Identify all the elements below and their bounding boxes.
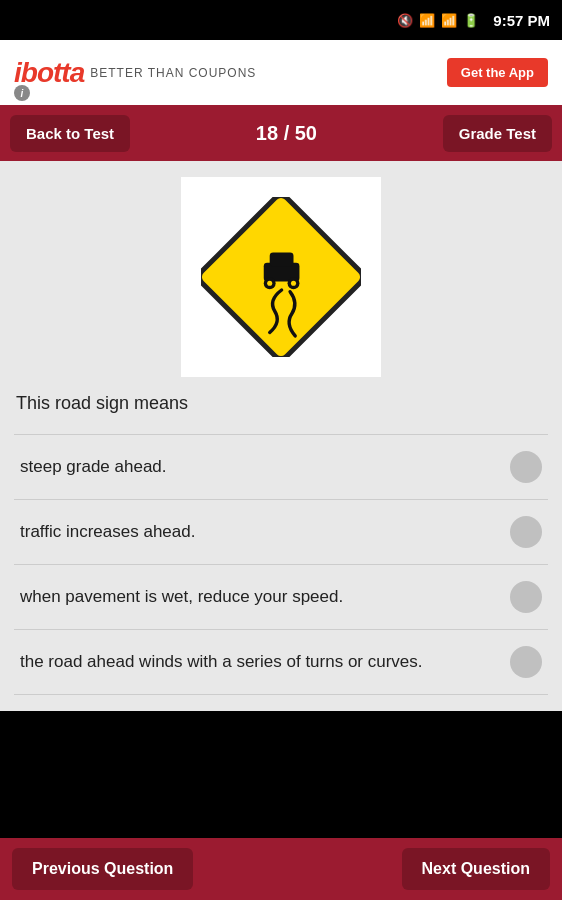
- radio-circle-2[interactable]: [510, 516, 542, 548]
- previous-question-button[interactable]: Previous Question: [12, 848, 193, 890]
- ad-banner: ibotta BETTER THAN COUPONS Get the App i: [0, 40, 562, 105]
- silent-icon: 🔇: [397, 13, 413, 28]
- status-icons: 🔇 📶 📶 🔋 9:57 PM: [397, 12, 550, 29]
- back-to-test-button[interactable]: Back to Test: [10, 115, 130, 152]
- status-time: 9:57 PM: [493, 12, 550, 29]
- sign-image-box: [181, 177, 381, 377]
- svg-point-6: [291, 281, 296, 286]
- radio-circle-1[interactable]: [510, 451, 542, 483]
- main-content: This road sign means steep grade ahead.t…: [0, 161, 562, 711]
- answer-option-1[interactable]: steep grade ahead.: [14, 434, 548, 500]
- question-text: This road sign means: [14, 393, 548, 414]
- next-question-button[interactable]: Next Question: [402, 848, 550, 890]
- battery-icon: 🔋: [463, 13, 479, 28]
- answer-option-3[interactable]: when pavement is wet, reduce your speed.: [14, 565, 548, 630]
- ad-left: ibotta BETTER THAN COUPONS: [14, 57, 256, 89]
- svg-rect-2: [270, 253, 294, 267]
- sign-container: [14, 177, 548, 377]
- signal-icon: 📶: [441, 13, 457, 28]
- radio-circle-4[interactable]: [510, 646, 542, 678]
- bottom-nav: Previous Question Next Question: [0, 838, 562, 900]
- ad-logo: ibotta: [14, 57, 84, 89]
- ad-info-icon[interactable]: i: [14, 85, 30, 101]
- status-bar: 🔇 📶 📶 🔋 9:57 PM: [0, 0, 562, 40]
- answer-option-2[interactable]: traffic increases ahead.: [14, 500, 548, 565]
- grade-test-button[interactable]: Grade Test: [443, 115, 552, 152]
- svg-point-5: [267, 281, 272, 286]
- ad-tagline: BETTER THAN COUPONS: [90, 66, 256, 80]
- slippery-road-sign: [201, 197, 361, 357]
- answer-text-4: the road ahead winds with a series of tu…: [20, 651, 510, 674]
- answer-text-1: steep grade ahead.: [20, 456, 510, 479]
- answer-text-3: when pavement is wet, reduce your speed.: [20, 586, 510, 609]
- answers-container: steep grade ahead.traffic increases ahea…: [14, 434, 548, 695]
- answer-text-2: traffic increases ahead.: [20, 521, 510, 544]
- top-nav: Back to Test 18 / 50 Grade Test: [0, 105, 562, 161]
- answer-option-4[interactable]: the road ahead winds with a series of tu…: [14, 630, 548, 695]
- ad-get-app-button[interactable]: Get the App: [447, 58, 548, 87]
- radio-circle-3[interactable]: [510, 581, 542, 613]
- question-counter: 18 / 50: [256, 122, 317, 145]
- wifi-icon: 📶: [419, 13, 435, 28]
